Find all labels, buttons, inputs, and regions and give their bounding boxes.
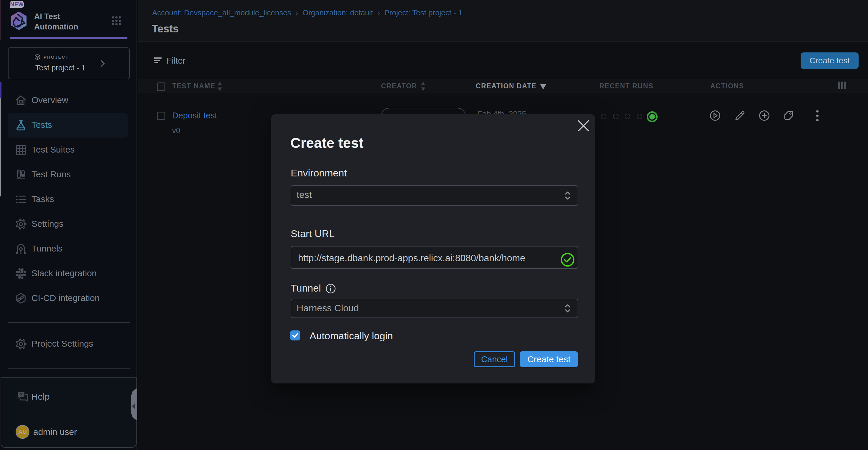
svg-text:?: ? <box>20 392 23 397</box>
